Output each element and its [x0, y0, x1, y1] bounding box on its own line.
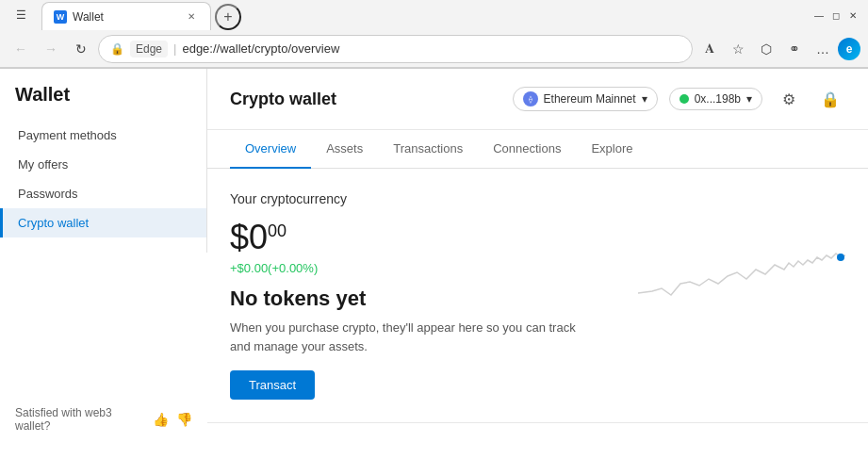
- sidebar: Wallet Payment methods My offers Passwor…: [0, 69, 207, 253]
- sidebar-toggle-btn[interactable]: ☰: [8, 2, 34, 28]
- forward-btn[interactable]: →: [38, 36, 64, 62]
- main-header: Crypto wallet ⟠ Ethereum Mainnet ▾ 0x...…: [207, 69, 868, 130]
- no-tokens-title: No tokens yet: [230, 287, 588, 311]
- address-bar[interactable]: 🔒 Edge | edge://wallet/crypto/overview: [98, 35, 693, 63]
- tab-overview[interactable]: Overview: [230, 130, 311, 169]
- lock-btn[interactable]: 🔒: [815, 84, 845, 114]
- balance-cents: 00: [268, 221, 287, 240]
- tab-bar: W Wallet ✕ +: [41, 0, 804, 30]
- title-bar: ☰ W Wallet ✕ + — ◻ ✕: [0, 0, 868, 30]
- address-bar-edge-icon: 🔒: [110, 42, 124, 56]
- sidebar-footer-text: Satisfied with web3 wallet?: [15, 406, 145, 433]
- sidebar-footer-actions: 👍 👎: [153, 412, 192, 427]
- wallet-address-dropdown-icon: ▾: [746, 92, 752, 106]
- address-bar-edge-label: Edge: [130, 41, 168, 57]
- network-selector[interactable]: ⟠ Ethereum Mainnet ▾: [513, 87, 658, 111]
- sidebar-title: Wallet: [0, 84, 206, 121]
- sparkline-line: [638, 254, 845, 295]
- browser-actions: 𝐀 ☆ ⬡ ⚭ … e: [696, 36, 860, 62]
- sidebar-footer: Satisfied with web3 wallet? 👍 👎: [0, 395, 207, 444]
- address-url: edge://wallet/crypto/overview: [182, 41, 680, 56]
- close-btn[interactable]: ✕: [845, 8, 860, 23]
- refresh-btn[interactable]: ↻: [68, 36, 94, 62]
- balance-chart-row: $000 +$0.00(+0.00%) No tokens yet When y…: [230, 218, 845, 400]
- header-actions: ⟠ Ethereum Mainnet ▾ 0x...198b ▾ ⚙ 🔒: [513, 84, 845, 114]
- address-bar-row: ← → ↻ 🔒 Edge | edge://wallet/crypto/over…: [0, 30, 868, 68]
- wallet-address-btn[interactable]: 0x...198b ▾: [669, 88, 762, 110]
- app-layout: Wallet Payment methods My offers Passwor…: [0, 69, 868, 444]
- tab-title: Wallet: [73, 10, 178, 24]
- sidebar-nav: Payment methods My offers Passwords Cryp…: [0, 121, 206, 238]
- crypto-section: Your cryptocurrency $000 +$0.00(+0.00%) …: [207, 169, 868, 422]
- share-btn[interactable]: ⚭: [781, 36, 808, 62]
- sidebar-item-passwords[interactable]: Passwords: [0, 179, 206, 208]
- back-btn[interactable]: ←: [8, 36, 34, 62]
- connected-indicator: [680, 94, 689, 104]
- tab-explore[interactable]: Explore: [576, 130, 647, 169]
- sidebar-item-my-offers[interactable]: My offers: [0, 150, 206, 179]
- more-btn[interactable]: …: [810, 36, 836, 62]
- browser-chrome: ☰ W Wallet ✕ + — ◻ ✕ ← → ↻ 🔒 Edge | edge…: [0, 0, 868, 69]
- sidebar-item-crypto-wallet[interactable]: Crypto wallet: [0, 208, 206, 238]
- crypto-section-label: Your cryptocurrency: [230, 191, 845, 206]
- balance-change: +$0.00(+0.00%): [230, 261, 588, 275]
- window-controls: — ◻ ✕: [811, 8, 860, 23]
- bottom-section: Connected dApps Go and explore With your…: [207, 422, 868, 444]
- thumbs-down-btn[interactable]: 👎: [176, 412, 192, 427]
- title-bar-left: ☰: [8, 2, 41, 28]
- balance-display: $000: [230, 218, 588, 257]
- balance-area: $000 +$0.00(+0.00%) No tokens yet When y…: [230, 218, 588, 400]
- address-separator: |: [173, 41, 176, 56]
- eth-network-icon: ⟠: [523, 91, 538, 106]
- sidebar-wrapper: Wallet Payment methods My offers Passwor…: [0, 69, 207, 444]
- read-aloud-btn[interactable]: 𝐀: [696, 36, 723, 62]
- network-name: Ethereum Mainnet: [544, 92, 636, 106]
- sparkline-endpoint: [837, 254, 844, 261]
- collections-btn[interactable]: ⬡: [753, 36, 779, 62]
- network-dropdown-icon: ▾: [642, 92, 647, 106]
- active-tab[interactable]: W Wallet ✕: [41, 2, 211, 30]
- balance-main: $0: [230, 218, 268, 256]
- favorites-btn[interactable]: ☆: [725, 36, 751, 62]
- transact-btn[interactable]: Transact: [230, 370, 315, 400]
- tabs: Overview Assets Transactions Connections…: [207, 130, 868, 169]
- main-title: Crypto wallet: [230, 90, 336, 109]
- sparkline-chart: [638, 227, 845, 321]
- tab-transactions[interactable]: Transactions: [378, 130, 478, 169]
- new-tab-btn[interactable]: +: [215, 4, 241, 30]
- sidebar-item-payment-methods[interactable]: Payment methods: [0, 121, 206, 150]
- edge-profile-icon[interactable]: e: [838, 38, 860, 60]
- minimize-btn[interactable]: —: [811, 8, 827, 23]
- no-tokens-desc: When you purchase crypto, they'll appear…: [230, 319, 588, 355]
- main-content: Crypto wallet ⟠ Ethereum Mainnet ▾ 0x...…: [207, 69, 868, 444]
- tab-close-btn[interactable]: ✕: [184, 9, 199, 25]
- tab-favicon: W: [54, 10, 67, 24]
- tab-assets[interactable]: Assets: [311, 130, 378, 169]
- tab-connections[interactable]: Connections: [478, 130, 576, 169]
- chart-area: [638, 227, 845, 321]
- thumbs-up-btn[interactable]: 👍: [153, 412, 169, 427]
- wallet-address-text: 0x...198b: [695, 92, 741, 106]
- restore-btn[interactable]: ◻: [828, 8, 843, 23]
- settings-btn[interactable]: ⚙: [774, 84, 804, 114]
